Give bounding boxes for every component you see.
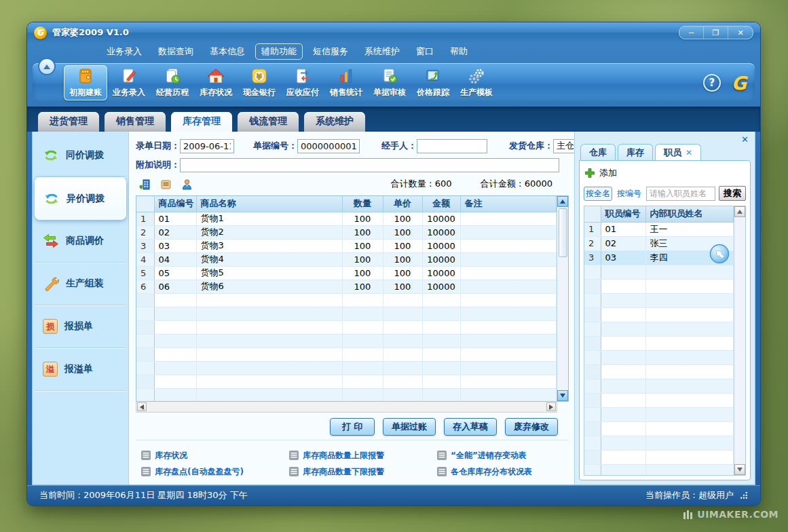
menu-item-window[interactable]: 窗口: [410, 43, 440, 60]
add-employee-button[interactable]: 添加: [584, 165, 746, 186]
link-stocktaking[interactable]: 库存盘点(自动盘盈盘亏): [141, 466, 289, 478]
col-header-unit-price[interactable]: 单价: [383, 196, 422, 212]
search-button[interactable]: 搜索: [719, 186, 746, 201]
note-field[interactable]: [180, 158, 559, 172]
col-header-product-code[interactable]: 商品编号: [154, 196, 196, 212]
minimize-button[interactable]: ─: [679, 26, 704, 39]
tab-inventory-management[interactable]: 库存管理: [171, 112, 232, 132]
add-label: 添加: [599, 167, 617, 179]
employee-vertical-scrollbar[interactable]: [734, 206, 745, 475]
discard-changes-button[interactable]: 废弃修改: [505, 418, 558, 436]
col-header-employee-name[interactable]: 内部职员姓名: [645, 206, 734, 222]
toolbar-button-cash-bank[interactable]: ¥ 现金银行: [238, 65, 281, 100]
toolbar-button-label: 库存状况: [200, 87, 232, 98]
empty-row: [584, 279, 734, 293]
current-operator-text: 当前操作员：超级用户: [645, 489, 734, 501]
quantity-cell: 100: [342, 252, 383, 266]
menu-item-system-maintenance[interactable]: 系统维护: [358, 43, 406, 60]
toolbar-button-price-tracking[interactable]: 价格跟踪: [411, 65, 455, 100]
scroll-left-icon[interactable]: [137, 402, 147, 411]
doc-no-field[interactable]: [297, 139, 360, 153]
unit-price-cell: 100: [383, 239, 422, 252]
help-button[interactable]: ?: [703, 74, 721, 92]
panel-close-icon[interactable]: ✕: [741, 134, 749, 145]
lookup-tab-warehouse[interactable]: 仓库: [580, 144, 616, 161]
items-horizontal-scrollbar[interactable]: [136, 402, 557, 413]
items-vertical-scrollbar[interactable]: [557, 196, 568, 401]
lookup-tab-inventory[interactable]: 库存: [618, 144, 653, 161]
goods-box-icon[interactable]: [160, 178, 172, 191]
record-date-field[interactable]: [180, 139, 234, 153]
sidebar-item-price-adjustment[interactable]: 商品调价: [35, 220, 126, 263]
save-draft-button[interactable]: 存入草稿: [444, 418, 497, 436]
scroll-down-icon[interactable]: [557, 390, 568, 401]
tab-cashflow-management[interactable]: 钱流管理: [238, 112, 299, 132]
sidebar-item-loss-report[interactable]: 损 报损单: [35, 305, 126, 348]
col-header-quantity[interactable]: 数量: [342, 196, 383, 212]
col-header-amount[interactable]: 金额: [422, 196, 460, 212]
print-button[interactable]: 打 印: [330, 418, 375, 436]
col-header-product-name[interactable]: 商品名称: [196, 196, 342, 212]
scroll-up-icon[interactable]: [734, 206, 745, 217]
sidebar-item-production-assembly[interactable]: 生产组装: [35, 263, 126, 305]
sidebar-item-same-price-transfer[interactable]: 同价调拨: [35, 134, 126, 177]
item-row[interactable]: 2 02 货物2 100 100 10000: [136, 225, 557, 239]
remark-cell: [460, 252, 557, 266]
toolbar-button-business-entry[interactable]: 业务录入: [107, 65, 151, 100]
lookup-tab-employee[interactable]: 职员 ✕: [655, 144, 701, 161]
sidebar-item-overflow-report[interactable]: 溢 报溢单: [35, 348, 126, 391]
quantity-cell: 100: [342, 212, 383, 225]
col-header-remark[interactable]: 备注: [460, 196, 557, 212]
toolbar-button-inventory-status[interactable]: 库存状况: [194, 65, 238, 100]
sidebar: 同价调拨 异价调拨 商品调价 生产组装 损: [33, 132, 129, 484]
toolbar-button-production-template[interactable]: 生产模板: [455, 65, 498, 100]
toolbar-button-operation-history[interactable]: 经营历程: [151, 65, 194, 100]
filter-by-fullname[interactable]: 按全名: [584, 187, 612, 201]
employee-search-input[interactable]: [646, 187, 715, 201]
link-almighty-flow-table[interactable]: “全能”进销存变动表: [437, 450, 569, 461]
resize-grip[interactable]: [740, 492, 748, 499]
tab-system-maintenance[interactable]: 系统维护: [304, 112, 365, 132]
item-row[interactable]: 5 05 货物5 100 100 10000: [136, 266, 557, 280]
handler-field[interactable]: [417, 139, 487, 153]
row-number-header: [584, 206, 601, 222]
warehouse-building-icon[interactable]: [138, 178, 151, 191]
sidebar-item-diff-price-transfer[interactable]: 异价调拨: [35, 177, 126, 220]
close-button[interactable]: ✕: [728, 26, 753, 39]
item-row[interactable]: 3 03 货物3 100 100 10000: [136, 239, 557, 252]
collapse-toolbar-button[interactable]: [38, 58, 56, 75]
row-number: 3: [584, 250, 601, 265]
employee-person-icon[interactable]: [181, 178, 193, 191]
col-header-employee-code[interactable]: 职员编号: [601, 206, 645, 222]
toolbar-button-initial-setup[interactable]: 初期建账: [64, 65, 107, 100]
filter-by-code[interactable]: 按编号: [616, 187, 643, 200]
link-stock-lower-limit-alarm[interactable]: 库存商品数量下限报警: [289, 466, 437, 478]
tab-purchase-management[interactable]: 进货管理: [38, 112, 99, 132]
scroll-up-icon[interactable]: [557, 196, 568, 207]
lookup-panel-body: 添加 按全名 按编号 搜索 职: [579, 160, 751, 480]
menu-item-sms-service[interactable]: 短信服务: [307, 43, 354, 60]
link-warehouse-distribution-table[interactable]: 各仓库库存分布状况表: [437, 466, 569, 478]
post-document-button[interactable]: 单据过账: [383, 418, 436, 436]
maximize-button[interactable]: ❐: [704, 26, 728, 39]
menu-item-basic-info[interactable]: 基本信息: [204, 43, 251, 60]
item-row[interactable]: 1 01 货物1 100 100 10000: [136, 212, 557, 225]
toolbar-button-receivable-payable[interactable]: 应收应付: [281, 65, 324, 100]
link-stock-upper-limit-alarm[interactable]: 库存商品数量上限报警: [289, 450, 437, 461]
link-inventory-status[interactable]: 库存状况: [141, 450, 289, 461]
scroll-right-icon[interactable]: [546, 402, 556, 411]
scrollbar-thumb[interactable]: [559, 208, 567, 257]
item-row[interactable]: 4 04 货物4 100 100 10000: [136, 252, 557, 266]
employee-row[interactable]: 1 01 王一: [584, 222, 734, 236]
menu-item-business-entry[interactable]: 业务录入: [100, 43, 148, 60]
menu-item-data-query[interactable]: 数据查询: [152, 43, 200, 60]
item-row[interactable]: 6 06 货物6 100 100 10000: [136, 280, 557, 293]
toolbar-button-document-audit[interactable]: 单据审核: [368, 65, 411, 100]
tab-close-icon[interactable]: ✕: [686, 148, 692, 157]
ledger-wallet-icon: [77, 67, 94, 85]
scroll-down-icon[interactable]: [734, 464, 745, 475]
menu-item-help[interactable]: 帮助: [444, 43, 474, 60]
tab-sales-management[interactable]: 销售管理: [105, 112, 166, 132]
toolbar-button-sales-statistics[interactable]: 销售统计: [324, 65, 368, 100]
menu-item-aux-functions[interactable]: 辅助功能: [255, 43, 303, 60]
